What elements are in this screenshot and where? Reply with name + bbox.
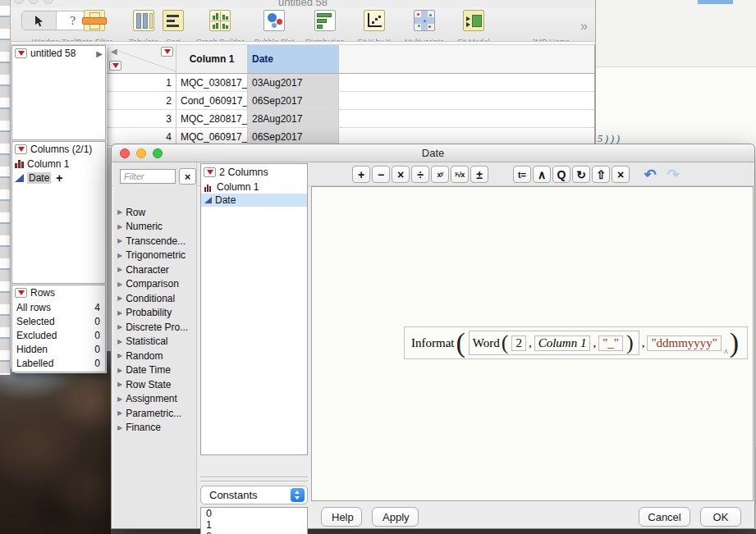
row-stat: Selected0 xyxy=(15,314,103,328)
column1-cell[interactable]: Cond_060917_1 xyxy=(176,92,248,110)
word-expression-box[interactable]: Word ( 2 , Column 1 , "_" ) xyxy=(469,331,639,355)
table-row[interactable]: 1 MQC_030817_1_Pb 03Aug2017 xyxy=(107,74,594,92)
row-stat: Labelled0 xyxy=(15,356,103,370)
toolbar-overflow-chevron[interactable]: » xyxy=(580,19,588,34)
main-titlebar[interactable]: untitled 58 xyxy=(11,0,595,7)
dialog-titlebar[interactable]: Date xyxy=(112,144,754,162)
column-header-date[interactable]: Date xyxy=(248,45,339,74)
boxing-button[interactable]: ⇧ xyxy=(592,166,610,183)
category-discrete-probability[interactable]: ▶Discrete Pro... xyxy=(117,320,195,335)
formula-canvas[interactable]: Informat ( Word ( 2 , Column 1 , "_" ) ,… xyxy=(311,186,754,501)
category-transcendental[interactable]: ▶Transcende... xyxy=(117,234,195,249)
local-variable-button[interactable]: t= xyxy=(513,166,531,183)
rows-panel: Rows All rows4 Selected0 Excluded0 Hidde… xyxy=(11,285,106,372)
forward-triangle-icon[interactable]: ▶ xyxy=(96,49,103,58)
background-file-strip xyxy=(0,0,11,375)
category-conditional[interactable]: ▶Conditional xyxy=(117,291,195,306)
divide-op-button[interactable]: ÷ xyxy=(411,166,429,183)
ok-button[interactable]: OK xyxy=(700,507,741,527)
arg-delimiter-box[interactable]: "_" xyxy=(598,335,623,351)
row-number-cell[interactable]: 3 xyxy=(107,110,176,128)
column-list-item[interactable]: Date + xyxy=(15,171,103,185)
swap-terms-button[interactable]: ↻ xyxy=(572,166,590,183)
outer-function-name[interactable]: Informat xyxy=(411,336,454,350)
row-stat: Excluded0 xyxy=(15,328,103,342)
disclosure-icon: ▶ xyxy=(117,266,122,273)
category-probability[interactable]: ▶Probability xyxy=(117,306,195,321)
formula-column-icon[interactable]: + xyxy=(56,171,62,185)
columns-list-menu-icon[interactable] xyxy=(204,167,216,177)
table-corner-cell[interactable]: ◀ xyxy=(107,45,176,74)
table-row[interactable]: 2 Cond_060917_1 06Sep2017 xyxy=(107,92,594,110)
help-button[interactable]: Help xyxy=(321,507,362,527)
category-date-time[interactable]: ▶Date Time xyxy=(117,363,195,378)
close-paren: ) xyxy=(728,331,740,355)
negate-op-button[interactable]: ± xyxy=(470,166,488,183)
cancel-button[interactable]: Cancel xyxy=(639,507,690,527)
arrow-tool-icon[interactable] xyxy=(22,11,57,30)
dialog-title: Date xyxy=(112,147,754,159)
category-assignment[interactable]: ▶Assignment xyxy=(117,392,195,407)
column-header-column1[interactable]: Column 1 xyxy=(176,45,248,74)
columns-menu-icon[interactable] xyxy=(161,47,173,57)
redo-icon[interactable]: ↷ xyxy=(664,166,682,183)
power-op-button[interactable]: xʸ xyxy=(431,166,449,183)
columns-list-header: 2 Columns xyxy=(219,167,268,178)
column1-cell[interactable]: MQC_280817_Pb... xyxy=(176,110,248,128)
column-list-item[interactable]: Column 1 xyxy=(15,157,103,171)
apply-button[interactable]: Apply xyxy=(372,507,419,527)
peel-expression-button[interactable]: ∧ xyxy=(533,166,551,183)
panel-splitter[interactable] xyxy=(200,474,308,484)
inner-function-name[interactable]: Word xyxy=(473,336,500,350)
disclosure-icon: ▶ xyxy=(117,323,122,331)
magnify-button[interactable]: Q xyxy=(552,166,570,183)
add-op-button[interactable]: + xyxy=(352,166,370,183)
rows-menu-icon[interactable] xyxy=(109,61,121,71)
category-row[interactable]: ▶Row xyxy=(117,205,195,220)
category-comparison[interactable]: ▶Comparison xyxy=(117,277,195,292)
nominal-column-icon xyxy=(204,183,213,192)
disclosure-icon: ▶ xyxy=(117,309,122,317)
category-trigonometric[interactable]: ▶Trigonometric xyxy=(117,249,195,263)
formula-expression[interactable]: Informat ( Word ( 2 , Column 1 , "_" ) ,… xyxy=(404,326,748,359)
category-parametric[interactable]: ▶Parametric... xyxy=(117,406,195,421)
bubble-plot-icon xyxy=(263,10,285,31)
constant-item[interactable]: 2 xyxy=(201,531,307,534)
category-random[interactable]: ▶Random xyxy=(117,349,195,363)
arg-format-box[interactable]: "ddmmyyyy" xyxy=(647,335,722,351)
function-category-list: ▶Row ▶Numeric ▶Transcende... ▶Trigonomet… xyxy=(117,205,195,435)
category-statistical[interactable]: ▶Statistical xyxy=(117,335,195,349)
category-character[interactable]: ▶Character xyxy=(117,262,195,277)
side-panel-column: untitled 58 ▶ Columns (2/1) Column 1 Dat… xyxy=(11,45,107,373)
root-op-button[interactable]: ʸ√x xyxy=(451,166,469,183)
rows-panel-menu-icon[interactable] xyxy=(15,288,27,298)
date-cell[interactable]: 28Aug2017 xyxy=(248,110,339,128)
category-row-state[interactable]: ▶Row State xyxy=(117,377,195,392)
date-cell[interactable]: 03Aug2017 xyxy=(248,74,339,92)
row-number-cell[interactable]: 1 xyxy=(107,74,176,92)
table-panel-menu-icon[interactable] xyxy=(15,48,27,58)
dialog-column-item-selected[interactable]: Date xyxy=(201,194,307,207)
filter-input[interactable] xyxy=(120,169,176,184)
category-numeric[interactable]: ▶Numeric xyxy=(117,220,195,235)
main-toolbar: ? Window Tools Data Filter Tabulate Sort… xyxy=(11,7,595,41)
undo-icon[interactable]: ↶ xyxy=(641,166,659,183)
arg-index-box[interactable]: 2 xyxy=(511,335,526,351)
column-item-label: Date xyxy=(27,172,51,184)
subtract-op-button[interactable]: − xyxy=(372,166,390,183)
columns-panel-menu-icon[interactable] xyxy=(15,144,27,154)
table-row[interactable]: 3 MQC_280817_Pb... 28Aug2017 xyxy=(107,110,594,128)
arg-column-box[interactable]: Column 1 xyxy=(534,335,591,351)
clear-filter-icon[interactable]: × xyxy=(179,168,196,185)
row-number-cell[interactable]: 2 xyxy=(107,92,176,110)
row-stat: All rows4 xyxy=(15,300,103,314)
back-triangle-icon[interactable]: ◀ xyxy=(111,47,117,56)
delete-expression-button[interactable]: × xyxy=(612,166,630,183)
dialog-column-item[interactable]: Column 1 xyxy=(201,180,307,194)
open-paren: ( xyxy=(454,331,466,355)
continuous-column-icon xyxy=(204,197,212,203)
column1-cell[interactable]: MQC_030817_1_Pb xyxy=(176,74,248,92)
date-cell[interactable]: 06Sep2017 xyxy=(248,92,339,110)
multiply-op-button[interactable]: × xyxy=(392,166,410,183)
category-finance[interactable]: ▶Finance xyxy=(117,421,195,436)
